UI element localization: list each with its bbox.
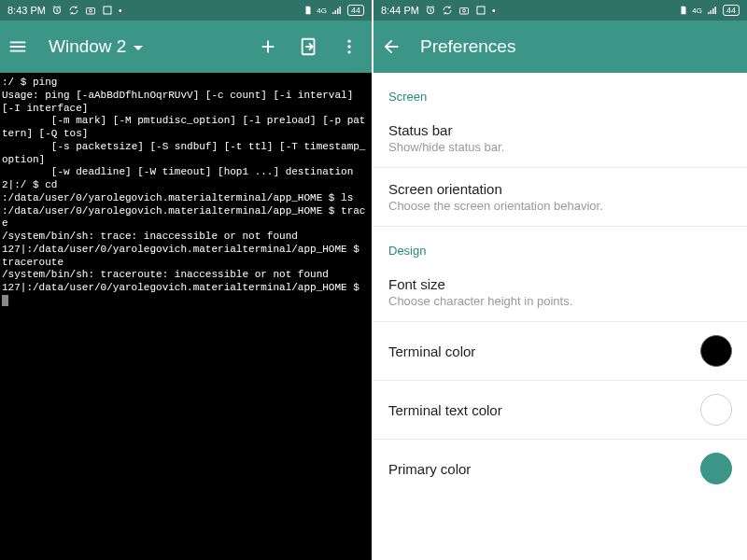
clock-text: 8:44 PM	[381, 5, 419, 16]
camera-icon	[85, 5, 96, 16]
pref-font-size[interactable]: Font size Choose character height in poi…	[374, 263, 747, 322]
screenshot-icon	[475, 5, 486, 16]
status-bar-right: 8:44 PM • 4G 44	[374, 0, 747, 21]
cursor	[2, 295, 8, 306]
network-4g-icon: 4G	[317, 7, 327, 15]
page-title: Preferences	[420, 36, 515, 57]
clock-text: 8:43 PM	[7, 5, 46, 16]
pref-title: Terminal text color	[388, 402, 689, 418]
svg-point-8	[462, 9, 465, 12]
more-dot: •	[492, 6, 496, 16]
section-header-screen: Screen	[374, 73, 747, 109]
status-bar-left: 8:43 PM • 4G 44	[0, 0, 372, 21]
pref-subtitle: Choose the screen orientation behavior.	[388, 199, 732, 213]
pref-title: Screen orientation	[388, 181, 732, 197]
screenshot-icon	[102, 5, 113, 16]
pref-terminal-color[interactable]: Terminal color	[374, 322, 747, 381]
terminal-line: [-m mark] [-M pmtudisc_option] [-l prelo…	[2, 115, 365, 139]
pref-status-bar[interactable]: Status bar Show/hide status bar.	[374, 109, 747, 168]
add-tab-icon[interactable]	[258, 36, 278, 57]
overflow-menu-icon[interactable]	[340, 36, 359, 57]
terminal-line: 127|:/data/user/0/yarolegovich.materialt…	[2, 244, 365, 268]
svg-point-1	[89, 9, 92, 12]
window-label: Window 2	[49, 36, 126, 57]
svg-rect-2	[104, 7, 111, 14]
terminal-line: :/data/user/0/yarolegovich.materialtermi…	[2, 192, 353, 203]
svg-point-4	[347, 40, 350, 43]
terminal-appbar: Window 2	[0, 21, 372, 73]
pref-terminal-text-color[interactable]: Terminal text color	[374, 381, 747, 440]
terminal-line: :/data/user/0/yarolegovich.materialtermi…	[2, 205, 365, 230]
pref-primary-color[interactable]: Primary color	[374, 440, 747, 497]
terminal-line: [-s packetsize] [-S sndbuf] [-t ttl] [-T…	[2, 141, 365, 165]
svg-point-6	[347, 50, 350, 53]
sync-icon	[68, 5, 79, 16]
sync-icon	[442, 5, 453, 16]
signal-icon	[331, 5, 344, 16]
svg-point-5	[347, 45, 350, 48]
back-icon[interactable]	[381, 36, 402, 57]
terminal-line: 127|:/data/user/0/yarolegovich.materialt…	[2, 282, 365, 293]
signal-icon	[706, 5, 719, 16]
svg-rect-7	[459, 8, 468, 15]
terminal-line: /system/bin/sh: traceroute: inaccessible…	[2, 269, 329, 280]
sim-icon	[679, 5, 688, 16]
terminal-line: :/ $ ping	[2, 77, 57, 88]
camera-icon	[458, 5, 470, 16]
pref-title: Terminal color	[388, 343, 689, 359]
pref-subtitle: Show/hide status bar.	[388, 140, 732, 154]
battery-indicator: 44	[723, 5, 740, 16]
terminal-screen: 8:43 PM • 4G 44	[0, 0, 374, 560]
network-4g-icon: 4G	[692, 7, 702, 15]
more-dot: •	[119, 6, 122, 16]
color-swatch-black	[700, 335, 732, 367]
terminal-line: [-w deadline] [-W timeout] [hop1 ...] de…	[2, 166, 353, 177]
alarm-icon	[51, 5, 63, 16]
terminal-line: 2|:/ $ cd	[2, 179, 57, 190]
color-swatch-white	[700, 394, 732, 426]
menu-icon[interactable]	[7, 36, 28, 57]
exit-icon[interactable]	[299, 36, 319, 57]
svg-rect-0	[86, 8, 94, 15]
svg-rect-9	[477, 7, 485, 14]
pref-subtitle: Choose character height in points.	[388, 294, 732, 308]
preferences-list[interactable]: Screen Status bar Show/hide status bar. …	[374, 73, 747, 560]
preferences-appbar: Preferences	[374, 21, 747, 73]
pref-title: Primary color	[388, 461, 689, 477]
preferences-screen: 8:44 PM • 4G 44	[374, 0, 747, 560]
terminal-output[interactable]: :/ $ ping Usage: ping [-aAbBdDfhLnOqrRUv…	[0, 73, 372, 560]
sim-icon	[303, 5, 313, 16]
alarm-icon	[425, 5, 436, 16]
window-selector[interactable]: Window 2	[49, 36, 143, 57]
chevron-down-icon	[134, 46, 143, 50]
section-header-design: Design	[374, 227, 747, 263]
pref-title: Font size	[388, 276, 732, 292]
color-swatch-teal	[700, 453, 732, 484]
battery-indicator: 44	[347, 5, 364, 16]
terminal-line: Usage: ping [-aAbBdDfhLnOqrRUvV] [-c cou…	[2, 90, 359, 114]
terminal-line: /system/bin/sh: trace: inaccessible or n…	[2, 231, 298, 242]
pref-screen-orientation[interactable]: Screen orientation Choose the screen ori…	[374, 168, 747, 227]
pref-title: Status bar	[388, 122, 732, 138]
